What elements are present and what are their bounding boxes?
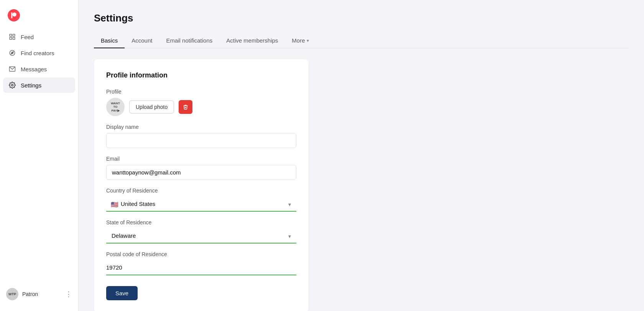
svg-rect-4 — [10, 38, 12, 39]
country-select[interactable]: United States — [106, 197, 296, 212]
sidebar: Feed Find creators Messages — [0, 0, 79, 311]
state-select[interactable]: Delaware — [106, 229, 296, 244]
gear-icon — [8, 81, 16, 89]
sidebar-item-find-creators[interactable]: Find creators — [3, 45, 75, 61]
save-button[interactable]: Save — [106, 286, 138, 300]
sidebar-nav: Feed Find creators Messages — [0, 29, 78, 283]
state-select-wrapper: Delaware ▾ — [106, 229, 296, 244]
profile-label: Profile — [106, 89, 296, 95]
profile-row: WANTTOPAY▶ Upload photo — [106, 98, 296, 116]
svg-rect-5 — [13, 38, 15, 39]
sidebar-item-settings[interactable]: Settings — [3, 77, 75, 93]
profile-photo-group: Profile WANTTOPAY▶ Upload photo — [106, 89, 296, 116]
logo — [0, 6, 78, 29]
sidebar-bottom: WTP Patron ⋮ — [0, 283, 78, 305]
tab-active-memberships[interactable]: Active memberships — [219, 33, 285, 48]
sidebar-item-feed[interactable]: Feed — [3, 29, 75, 44]
state-group: State of Residence Delaware ▾ — [106, 219, 296, 244]
tab-basics[interactable]: Basics — [94, 33, 125, 48]
state-label: State of Residence — [106, 219, 296, 225]
email-group: Email — [106, 156, 296, 180]
svg-point-0 — [12, 13, 16, 17]
patreon-logo-icon — [8, 9, 20, 21]
compass-icon — [8, 49, 16, 57]
tab-more[interactable]: More ▾ — [285, 33, 315, 48]
display-name-label: Display name — [106, 124, 296, 130]
user-name: Patron — [22, 291, 38, 297]
country-select-wrapper: 🇺🇸 United States ▾ — [106, 197, 296, 212]
user-more-button[interactable]: ⋮ — [65, 290, 72, 298]
sidebar-item-messages[interactable]: Messages — [3, 61, 75, 77]
sidebar-item-label: Messages — [21, 66, 47, 72]
user-info: WTP Patron — [6, 288, 38, 300]
country-label: Country of Residence — [106, 188, 296, 194]
display-name-group: Display name — [106, 124, 296, 148]
svg-rect-3 — [13, 34, 15, 36]
tabs: Basics Account Email notifications Activ… — [94, 33, 629, 48]
postal-label: Postal code of Residence — [106, 251, 296, 257]
mail-icon — [8, 65, 16, 73]
profile-avatar: WANTTOPAY▶ — [106, 98, 125, 116]
svg-rect-1 — [11, 13, 12, 18]
postal-input[interactable] — [106, 260, 296, 275]
feed-icon — [8, 33, 16, 41]
sidebar-item-label: Find creators — [21, 50, 54, 56]
card-title: Profile information — [106, 71, 296, 79]
svg-marker-7 — [11, 52, 13, 54]
upload-photo-button[interactable]: Upload photo — [129, 100, 174, 114]
tab-account[interactable]: Account — [125, 33, 159, 48]
avatar: WTP — [6, 288, 18, 300]
sidebar-item-label: Feed — [21, 34, 34, 40]
sidebar-item-label: Settings — [21, 82, 41, 89]
postal-group: Postal code of Residence — [106, 251, 296, 275]
tab-email-notifications[interactable]: Email notifications — [159, 33, 219, 48]
display-name-input[interactable] — [106, 133, 296, 148]
country-group: Country of Residence 🇺🇸 United States ▾ — [106, 188, 296, 212]
delete-photo-button[interactable] — [179, 100, 192, 114]
profile-information-card: Profile information Profile WANTTOPAY▶ U… — [94, 59, 309, 311]
svg-point-9 — [12, 84, 13, 86]
chevron-down-icon: ▾ — [307, 38, 309, 43]
page-title: Settings — [94, 12, 629, 24]
email-input[interactable] — [106, 165, 296, 180]
email-label: Email — [106, 156, 296, 162]
svg-rect-2 — [10, 34, 12, 36]
main-content: Settings Basics Account Email notificati… — [79, 0, 644, 311]
